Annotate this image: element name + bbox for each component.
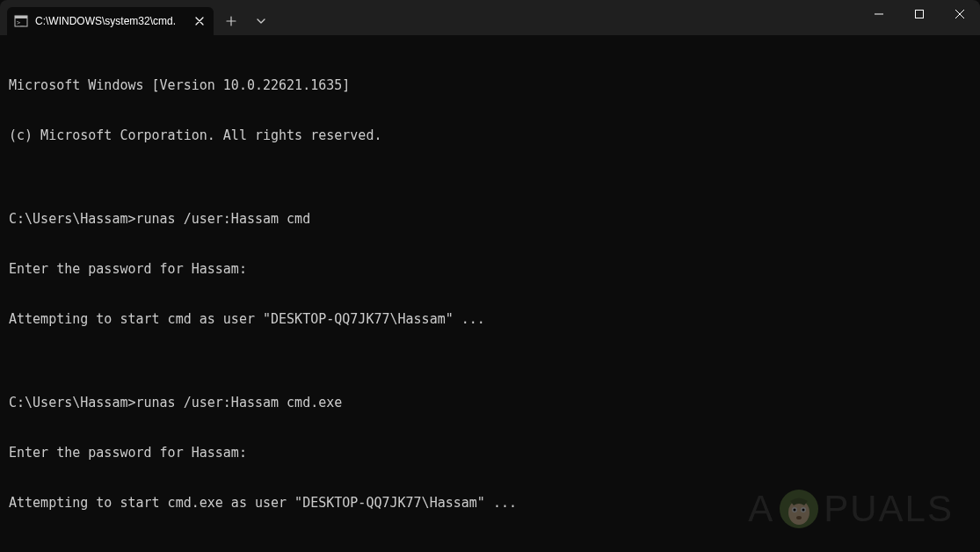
close-button[interactable]	[940, 0, 980, 28]
new-tab-button[interactable]	[217, 9, 245, 33]
svg-text:>_: >_	[17, 19, 25, 26]
terminal-line: Attempting to start cmd as user "DESKTOP…	[9, 311, 971, 328]
terminal-output[interactable]: Microsoft Windows [Version 10.0.22621.16…	[0, 35, 980, 552]
terminal-line: Microsoft Windows [Version 10.0.22621.16…	[9, 77, 971, 94]
maximize-button[interactable]	[899, 0, 940, 28]
svg-rect-3	[916, 11, 924, 18]
svg-rect-1	[15, 16, 27, 18]
titlebar: >_ C:\WINDOWS\system32\cmd.	[0, 0, 980, 35]
tab-active[interactable]: >_ C:\WINDOWS\system32\cmd.	[7, 7, 214, 35]
terminal-line: Enter the password for Hassam:	[9, 445, 971, 461]
terminal-line: C:\Users\Hassam>runas /user:Hassam cmd	[9, 211, 971, 228]
terminal-line: C:\Users\Hassam>runas /user:Hassam cmd.e…	[9, 395, 971, 411]
cmd-icon: >_	[14, 14, 28, 28]
tab-title: C:\WINDOWS\system32\cmd.	[35, 15, 185, 27]
terminal-line: Enter the password for Hassam:	[9, 261, 971, 278]
terminal-line: (c) Microsoft Corporation. All rights re…	[9, 127, 971, 144]
tab-dropdown-button[interactable]	[247, 9, 275, 33]
window-controls	[859, 0, 980, 35]
tab-close-button[interactable]	[192, 14, 207, 28]
terminal-line: Attempting to start cmd.exe as user "DES…	[9, 495, 971, 512]
tab-actions	[214, 7, 275, 35]
minimize-button[interactable]	[859, 0, 899, 28]
